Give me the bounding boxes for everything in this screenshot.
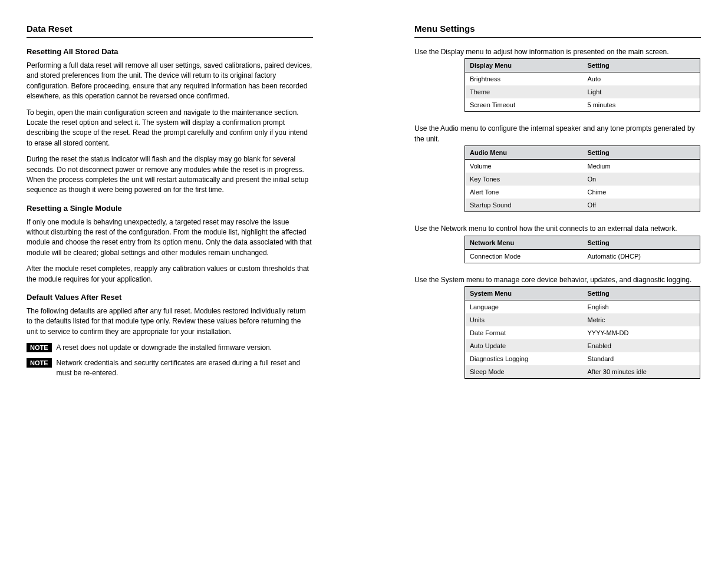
td: Brightness [465, 72, 583, 86]
td: Alert Tone [465, 186, 583, 199]
td: Connection Mode [465, 249, 583, 263]
th-display-0: Display Menu [465, 59, 583, 72]
td: On [583, 173, 700, 186]
note-text-1: A reset does not update or downgrade the… [57, 343, 272, 353]
table-display: Display MenuSetting BrightnessAuto Theme… [465, 58, 700, 112]
td: Metric [583, 313, 700, 326]
note-badge: NOTE [27, 343, 52, 352]
intro-system: Use the System menu to manage core devic… [414, 275, 701, 285]
td: Automatic (DHCP) [583, 249, 700, 263]
para-reset-3: During the reset the status indicator wi… [27, 154, 313, 196]
th-display-1: Setting [583, 59, 700, 72]
td: Diagnostics Logging [465, 352, 583, 365]
note-row-2: NOTE Network credentials and security ce… [27, 358, 313, 379]
td: Auto [583, 72, 700, 86]
table-system: System MenuSetting LanguageEnglish Units… [465, 286, 700, 379]
th-audio-1: Setting [583, 146, 700, 160]
para-reset-1: Performing a full data reset will remove… [27, 61, 313, 102]
td: Sleep Mode [465, 365, 583, 379]
td: Enabled [583, 339, 700, 352]
th-system-0: System Menu [465, 286, 583, 300]
right-title: Menu Settings [414, 24, 701, 38]
para-reset-4: If only one module is behaving unexpecte… [27, 217, 313, 259]
th-audio-0: Audio Menu [465, 146, 583, 160]
note-badge: NOTE [27, 358, 52, 368]
note-row-1: NOTE A reset does not update or downgrad… [27, 343, 313, 353]
td: Theme [465, 85, 583, 98]
td: Language [465, 300, 583, 313]
td: Startup Sound [465, 199, 583, 212]
table-display-wrap: Display MenuSetting BrightnessAuto Theme… [465, 58, 701, 112]
table-audio-wrap: Audio MenuSetting VolumeMedium Key Tones… [465, 146, 701, 212]
td: Standard [583, 352, 700, 365]
td: Auto Update [465, 339, 583, 352]
intro-audio: Use the Audio menu to configure the inte… [414, 124, 701, 144]
td: After 30 minutes idle [583, 365, 700, 379]
para-reset-5: After the module reset completes, reappl… [27, 264, 313, 285]
td: YYYY-MM-DD [583, 326, 700, 339]
td: 5 minutes [583, 98, 700, 112]
td: Off [583, 199, 700, 212]
td: English [583, 300, 700, 313]
subhead-reset-module: Resetting a Single Module [27, 204, 313, 213]
intro-display: Use the Display menu to adjust how infor… [414, 47, 701, 57]
table-system-wrap: System MenuSetting LanguageEnglish Units… [465, 286, 701, 379]
td: Screen Timeout [465, 98, 583, 112]
intro-network: Use the Network menu to control how the … [414, 224, 701, 234]
note-text-2: Network credentials and security certifi… [57, 358, 313, 379]
para-reset-6: The following defaults are applied after… [27, 306, 313, 337]
table-network-wrap: Network MenuSetting Connection ModeAutom… [465, 236, 701, 263]
td: Chime [583, 186, 700, 199]
table-audio: Audio MenuSetting VolumeMedium Key Tones… [465, 146, 700, 212]
td: Volume [465, 160, 583, 173]
th-network-0: Network Menu [465, 236, 583, 249]
th-network-1: Setting [583, 236, 700, 249]
left-column: Data Reset Resetting All Stored Data Per… [27, 24, 313, 391]
subhead-reset-all: Resetting All Stored Data [27, 47, 313, 56]
subhead-defaults: Default Values After Reset [27, 293, 313, 302]
td: Medium [583, 160, 700, 173]
td: Light [583, 85, 700, 98]
td: Date Format [465, 326, 583, 339]
table-network: Network MenuSetting Connection ModeAutom… [465, 236, 700, 263]
td: Units [465, 313, 583, 326]
th-system-1: Setting [583, 286, 700, 300]
right-column: Menu Settings Use the Display menu to ad… [414, 24, 701, 391]
left-title: Data Reset [27, 24, 313, 38]
para-reset-2: To begin, open the main configuration sc… [27, 108, 313, 149]
td: Key Tones [465, 173, 583, 186]
